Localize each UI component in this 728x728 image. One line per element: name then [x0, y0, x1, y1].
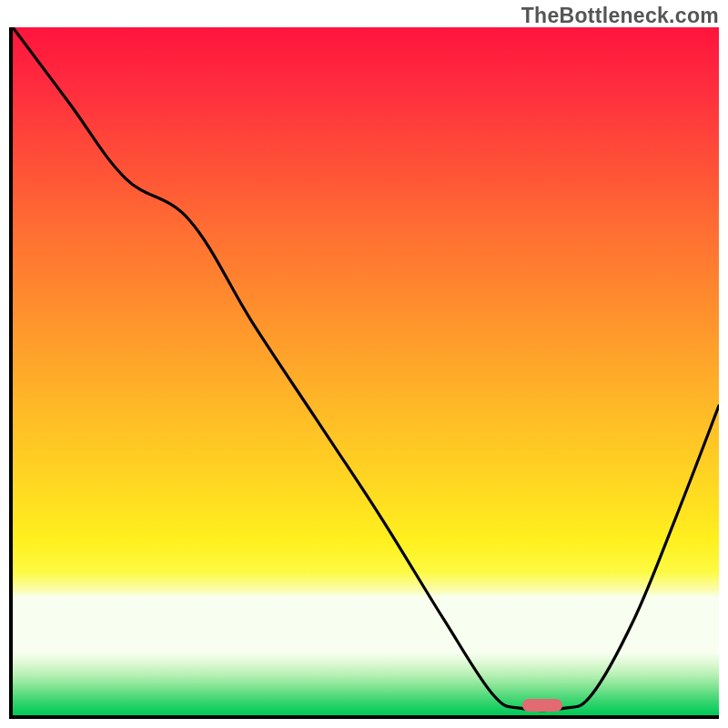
axes-frame — [9, 27, 719, 719]
chart-root: TheBottleneck.com — [0, 0, 728, 728]
watermark-text: TheBottleneck.com — [521, 4, 719, 28]
